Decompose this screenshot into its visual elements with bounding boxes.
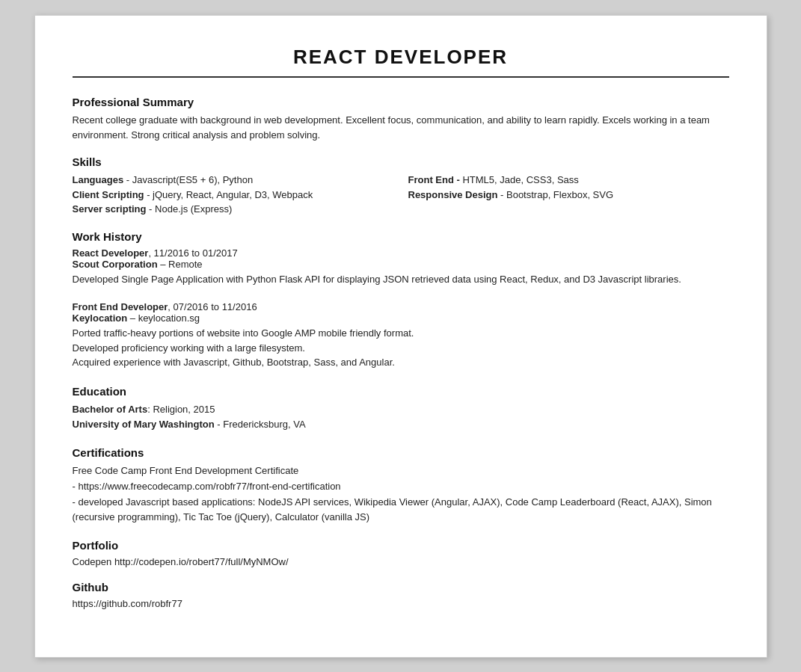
university-value: - Fredericksburg, VA — [215, 419, 306, 430]
work-title-2-name: Front End Developer — [73, 301, 168, 312]
skills-left: Languages - Javascript(ES5 + 6), Python … — [73, 173, 393, 217]
portfolio-section: Portfolio Codepen http://codepen.io/robe… — [73, 539, 729, 567]
work-desc-1: Developed Single Page Application with P… — [73, 272, 729, 287]
skill-responsive-label: Responsive Design — [408, 189, 498, 200]
work-company-1: Scout Corporation – Remote — [73, 259, 729, 270]
skill-languages-label: Languages — [73, 174, 124, 185]
work-entry-2: Front End Developer, 07/2016 to 11/2016 … — [73, 301, 729, 370]
skill-frontend-value: HTML5, Jade, CSS3, Sass — [460, 174, 579, 185]
github-section: Github https://github.com/robfr77 — [73, 581, 729, 609]
degree-label: Bachelor of Arts — [73, 404, 148, 415]
skill-client-scripting-label: Client Scripting — [73, 189, 144, 200]
work-entry-1: React Developer, 11/2016 to 01/2017 Scou… — [73, 247, 729, 287]
certifications-section: Certifications Free Code Camp Front End … — [73, 446, 729, 525]
education-title: Education — [73, 385, 729, 398]
resume-title: REACT DEVELOPER — [73, 46, 729, 69]
skills-right: Front End - HTML5, Jade, CSS3, Sass Resp… — [408, 173, 729, 217]
work-desc-2: Ported traffic-heavy portions of website… — [73, 326, 729, 370]
work-company-2: Keylocation – keylocation.sg — [73, 312, 729, 324]
portfolio-title: Portfolio — [73, 539, 729, 552]
certifications-body: Free Code Camp Front End Development Cer… — [73, 463, 729, 525]
resume-container: REACT DEVELOPER Professional Summary Rec… — [34, 15, 767, 658]
cert-line-2: - https://www.freecodecamp.com/robfr77/f… — [73, 479, 729, 495]
skill-frontend-label: Front End - — [408, 174, 460, 185]
skill-server-scripting-label: Server scripting — [73, 203, 147, 215]
work-history-section: Work History React Developer, 11/2016 to… — [73, 230, 729, 370]
skill-server-scripting-value: - Node.js (Express) — [147, 203, 233, 215]
title-divider — [73, 76, 729, 78]
university-label: University of Mary Washington — [73, 419, 215, 430]
skill-client-scripting: Client Scripting - jQuery, React, Angula… — [73, 188, 393, 203]
skills-title: Skills — [73, 155, 729, 168]
work-dates-1: , 11/2016 to 01/2017 — [148, 247, 237, 259]
education-university: University of Mary Washington - Frederic… — [73, 417, 729, 433]
professional-summary-body: Recent college graduate with background … — [73, 113, 729, 142]
work-title-2: Front End Developer, 07/2016 to 11/2016 — [73, 301, 729, 312]
professional-summary-section: Professional Summary Recent college grad… — [73, 96, 729, 142]
skill-languages: Languages - Javascript(ES5 + 6), Python — [73, 173, 393, 188]
work-title-1-name: React Developer — [73, 247, 149, 259]
work-dates-2: , 07/2016 to 11/2016 — [168, 301, 257, 312]
work-title-1: React Developer, 11/2016 to 01/2017 — [73, 247, 729, 259]
skill-server-scripting: Server scripting - Node.js (Express) — [73, 202, 393, 217]
skill-languages-value: - Javascript(ES5 + 6), Python — [123, 174, 253, 185]
certifications-title: Certifications — [73, 446, 729, 459]
skill-frontend: Front End - HTML5, Jade, CSS3, Sass — [408, 173, 729, 188]
degree-value: : Religion, 2015 — [147, 404, 215, 415]
skill-responsive-value: - Bootstrap, Flexbox, SVG — [497, 189, 613, 200]
professional-summary-title: Professional Summary — [73, 96, 729, 108]
education-degree: Bachelor of Arts: Religion, 2015 — [73, 402, 729, 418]
skill-client-scripting-value: - jQuery, React, Angular, D3, Webpack — [144, 189, 313, 200]
github-body: https://github.com/robfr77 — [73, 598, 729, 609]
cert-line-1: Free Code Camp Front End Development Cer… — [73, 463, 729, 479]
github-title: Github — [73, 581, 729, 594]
work-company-detail-1: – Remote — [158, 259, 203, 270]
portfolio-body: Codepen http://codepen.io/robert77/full/… — [73, 556, 729, 567]
work-company-detail-2: – keylocation.sg — [127, 312, 200, 324]
skills-section: Skills Languages - Javascript(ES5 + 6), … — [73, 155, 729, 217]
work-history-title: Work History — [73, 230, 729, 243]
education-section: Education Bachelor of Arts: Religion, 20… — [73, 385, 729, 434]
skill-responsive: Responsive Design - Bootstrap, Flexbox, … — [408, 188, 729, 203]
skills-grid: Languages - Javascript(ES5 + 6), Python … — [73, 173, 729, 217]
cert-line-3: - developed Javascript based application… — [73, 495, 729, 526]
